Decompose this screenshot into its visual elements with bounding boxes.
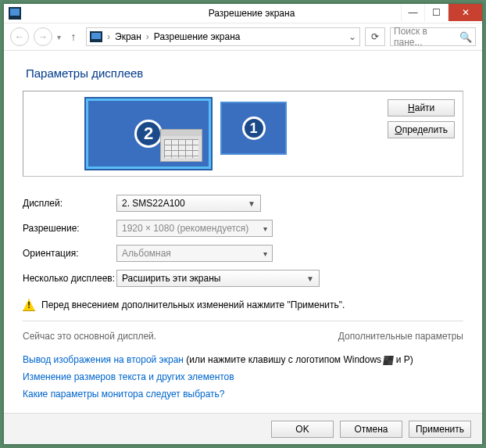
settings-form: Дисплей: 2. SMS22A100▼ Разрешение: 1920 … [23, 191, 463, 291]
cancel-button[interactable]: Отмена [340, 421, 402, 438]
status-text: Сейчас это основной дисплей. [23, 331, 156, 342]
search-icon: 🔍 [459, 31, 472, 43]
minimize-button[interactable]: — [401, 4, 424, 21]
status-row: Сейчас это основной дисплей. Дополнитель… [23, 331, 463, 342]
content: Параметры дисплеев 2 1 Найти Определить … [4, 51, 482, 413]
row-resolution: Разрешение: 1920 × 1080 (рекомендуется)▾ [23, 216, 463, 241]
location-icon [90, 31, 102, 42]
ok-button[interactable]: OK [271, 421, 334, 438]
orientation-select[interactable]: Альбомная▾ [116, 245, 273, 262]
link-help[interactable]: Какие параметры монитора следует выбрать… [23, 389, 225, 400]
display-select[interactable]: 2. SMS22A100▼ [116, 195, 261, 212]
link-project-a[interactable]: Вывод изображения на второй экран [23, 354, 184, 365]
crumb-sep: › [107, 31, 110, 42]
monitor-2-badge: 2 [134, 120, 163, 148]
identify-overlay-icon [160, 129, 202, 162]
app-icon [9, 7, 21, 20]
footer: OK Отмена Применить [4, 413, 482, 444]
warning-icon: ! [23, 299, 35, 311]
monitor-1[interactable]: 1 [220, 102, 287, 155]
display-preview: 2 1 Найти Определить [23, 91, 463, 177]
row-display: Дисплей: 2. SMS22A100▼ [23, 191, 463, 216]
chevron-down-icon: ▼ [248, 199, 256, 208]
link-project: Вывод изображения на второй экран (или н… [23, 351, 463, 368]
resolution-select[interactable]: 1920 × 1080 (рекомендуется)▾ [116, 220, 273, 237]
warning-text: Перед внесением дополнительных изменений… [41, 299, 345, 310]
display-label: Дисплей: [23, 198, 116, 209]
chevron-down-icon: ▾ [263, 224, 267, 233]
chevron-down-icon: ▼ [306, 274, 314, 283]
back-button[interactable]: ← [10, 27, 29, 46]
multiple-select[interactable]: Расширить эти экраны▼ [116, 270, 320, 287]
warning: ! Перед внесением дополнительных изменен… [23, 299, 463, 311]
refresh-button[interactable]: ⟳ [365, 27, 385, 46]
divider [23, 321, 463, 321]
navbar: ← → ▾ ↑ › Экран › Разрешение экрана ⌄ ⟳ … [4, 23, 482, 51]
advanced-link[interactable]: Дополнительные параметры [338, 331, 463, 342]
crumb-sep: › [146, 31, 149, 42]
orientation-label: Ориентация: [23, 248, 116, 259]
search-placeholder: Поиск в пане... [394, 26, 456, 48]
resolution-label: Разрешение: [23, 223, 116, 234]
windows-logo-icon [384, 356, 393, 365]
crumb-screen[interactable]: Экран [115, 31, 141, 42]
window: Разрешение экрана — ☐ ✕ ← → ▾ ↑ › Экран … [3, 3, 483, 445]
maximize-button[interactable]: ☐ [424, 4, 448, 21]
row-multiple: Несколько дисплеев: Расширить эти экраны… [23, 266, 463, 291]
search-input[interactable]: Поиск в пане... 🔍 [390, 27, 476, 46]
link-text-size[interactable]: Изменение размеров текста и других элеме… [23, 371, 234, 382]
identify-button[interactable]: Определить [388, 121, 455, 138]
crumb-resolution[interactable]: Разрешение экрана [154, 31, 241, 42]
titlebar: Разрешение экрана — ☐ ✕ [4, 4, 482, 23]
help-links: Вывод изображения на второй экран (или н… [23, 351, 463, 403]
history-dropdown[interactable]: ▾ [57, 33, 61, 41]
window-controls: — ☐ ✕ [401, 4, 482, 21]
close-button[interactable]: ✕ [448, 4, 482, 21]
chevron-down-icon: ▾ [263, 249, 267, 258]
up-button[interactable]: ↑ [66, 30, 81, 43]
monitor-1-badge: 1 [242, 116, 266, 140]
apply-button[interactable]: Применить [409, 421, 471, 438]
multiple-label: Несколько дисплеев: [23, 273, 116, 284]
address-dropdown[interactable]: ⌄ [348, 31, 356, 42]
address-bar[interactable]: › Экран › Разрешение экрана ⌄ [86, 27, 360, 46]
page-title: Параметры дисплеев [26, 66, 463, 80]
forward-button[interactable]: → [34, 27, 52, 46]
monitors-container: 2 1 [86, 99, 328, 169]
find-button[interactable]: Найти [388, 99, 455, 116]
monitor-2[interactable]: 2 [86, 99, 211, 169]
row-orientation: Ориентация: Альбомная▾ [23, 241, 463, 266]
preview-buttons: Найти Определить [388, 99, 455, 138]
